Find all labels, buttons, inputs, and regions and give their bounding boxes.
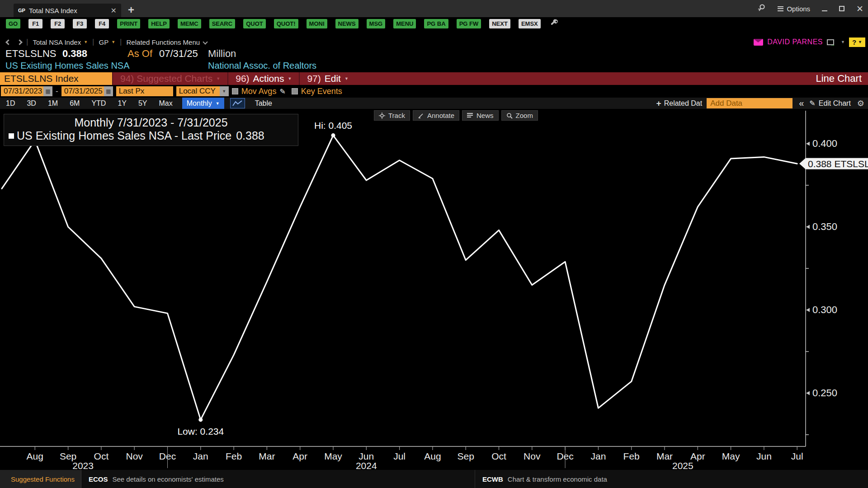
- key-events-checkbox[interactable]: [292, 88, 298, 94]
- suggested-function-ecwb[interactable]: ECWB Chart & transform economic data: [475, 470, 607, 488]
- maximize-button[interactable]: [839, 6, 844, 11]
- breadcrumb-function[interactable]: GP: [99, 38, 109, 46]
- month-label: Oct: [94, 451, 109, 461]
- pencil-icon: ✎: [809, 99, 815, 108]
- toolbar-button-searc[interactable]: SEARC: [209, 19, 236, 28]
- related-functions-menu[interactable]: Related Functions Menu: [127, 38, 200, 46]
- currency-field[interactable]: Local CCY: [176, 86, 220, 96]
- toolbar-button-help[interactable]: HELP: [148, 19, 170, 28]
- tab-title: Total NSA Index: [29, 7, 107, 14]
- toolbar-button-quot-[interactable]: QUOT!: [274, 19, 298, 28]
- toolbar-button-f4[interactable]: F4: [95, 19, 109, 28]
- chevron-down-icon: ▼: [288, 76, 292, 81]
- range-tab-6m[interactable]: 6M: [64, 98, 85, 109]
- range-tab-1m[interactable]: 1M: [42, 98, 64, 109]
- wrench-icon[interactable]: [551, 19, 559, 28]
- breadcrumb-security[interactable]: Total NSA Index: [33, 38, 81, 46]
- user-name: DAVID PARNES: [767, 38, 823, 46]
- bloomberg-terminal: GP Total NSA Index ✕ + Options ✕ GOF1F2F…: [0, 0, 868, 488]
- tab-total-nsa-index[interactable]: GP Total NSA Index ✕: [14, 4, 121, 17]
- magnifier-icon: [506, 113, 513, 119]
- new-tab-button[interactable]: +: [128, 5, 134, 15]
- range-tab-1d[interactable]: 1D: [0, 98, 21, 109]
- toolbar-button-memc[interactable]: MEMC: [178, 19, 201, 28]
- back-icon[interactable]: [5, 39, 11, 45]
- toolbar-button-menu[interactable]: MENU: [393, 19, 416, 28]
- month-label: Jun: [756, 451, 772, 461]
- last-price: 0.388: [62, 48, 87, 60]
- range-tab-ytd[interactable]: YTD: [85, 98, 112, 109]
- line-chart-icon[interactable]: [230, 98, 245, 108]
- edit-menu[interactable]: 97) Edit ▼: [299, 72, 355, 85]
- month-label: Feb: [226, 451, 242, 461]
- gear-icon[interactable]: ⚙: [857, 99, 864, 108]
- suggested-function-ecos[interactable]: ECOS See details on economists' estimate…: [81, 475, 224, 483]
- annotate-button[interactable]: Annotate: [413, 110, 459, 121]
- currency-dropdown-icon[interactable]: ▼: [220, 86, 229, 96]
- security-field[interactable]: ETSLSLNS Index: [0, 72, 112, 85]
- track-button[interactable]: Track: [374, 110, 410, 121]
- month-label: Oct: [491, 451, 506, 461]
- related-data-button[interactable]: + Related Dat: [656, 99, 703, 108]
- toolbar-button-news[interactable]: NEWS: [335, 19, 359, 28]
- news-button[interactable]: News: [462, 110, 499, 121]
- menu-icon: [778, 6, 783, 11]
- toolbar-button-pg-ba[interactable]: PG BA: [424, 19, 448, 28]
- options-menu[interactable]: Options: [778, 5, 810, 13]
- as-of-date: 07/31/25: [159, 48, 198, 60]
- frequency-dropdown[interactable]: Monthly ▼: [182, 98, 224, 109]
- edit-chart-button[interactable]: ✎ Edit Chart: [809, 99, 851, 108]
- crosshair-icon: [379, 113, 385, 119]
- minimize-button[interactable]: [822, 6, 827, 11]
- toolbar-button-pg-fw[interactable]: PG FW: [457, 19, 481, 28]
- toolbar-button-f3[interactable]: F3: [73, 19, 87, 28]
- pencil-icon[interactable]: ✎: [279, 87, 285, 96]
- table-button[interactable]: Table: [255, 99, 272, 108]
- close-button[interactable]: ✕: [856, 5, 863, 13]
- zoom-button[interactable]: Zoom: [501, 110, 538, 121]
- message-envelope-icon[interactable]: [754, 39, 763, 46]
- toolbar-button-next[interactable]: NEXT: [489, 19, 510, 28]
- description-row: US Existing Homes Sales NSA National Ass…: [0, 61, 868, 71]
- chart-canvas[interactable]: 0.4000.3500.3000.250AugSepOctNovDecJanFe…: [0, 109, 868, 470]
- collapse-chevrons-icon[interactable]: «: [799, 98, 804, 108]
- range-tab-1y[interactable]: 1Y: [112, 98, 132, 109]
- month-label: Jul: [791, 451, 803, 461]
- bottom-bar: Suggested Functions ECOS See details on …: [0, 470, 868, 488]
- tab-close-icon[interactable]: ✕: [111, 6, 117, 15]
- chevron-down-icon[interactable]: ▼: [841, 40, 845, 44]
- toolbar-button-emsx[interactable]: EMSX: [519, 19, 541, 28]
- month-label: Nov: [126, 451, 143, 461]
- mov-avgs-checkbox[interactable]: [232, 88, 238, 94]
- range-tab-3d[interactable]: 3D: [21, 98, 42, 109]
- add-data-input[interactable]: [707, 98, 793, 108]
- suggested-charts-menu[interactable]: 94) Suggested Charts ▼: [112, 72, 227, 85]
- calendar-icon[interactable]: ▦: [104, 86, 113, 96]
- toolbar-button-moni[interactable]: MONI: [307, 19, 327, 28]
- toolbar-button-msg[interactable]: MSG: [367, 19, 386, 28]
- toolbar-button-f2[interactable]: F2: [51, 19, 65, 28]
- toolbar-button-print[interactable]: PRINT: [117, 19, 140, 28]
- year-label: 2025: [672, 460, 693, 470]
- chevron-down-icon: ▼: [216, 76, 220, 81]
- search-icon[interactable]: [758, 4, 766, 14]
- chart-legend: Monthly 7/31/2023 - 7/31/2025 US Existin…: [4, 114, 298, 146]
- annotate-pencil-icon: [418, 113, 424, 119]
- end-date-field[interactable]: 07/31/2025: [61, 86, 104, 96]
- help-button[interactable]: ? ▼: [849, 38, 865, 47]
- range-tab-max[interactable]: Max: [153, 98, 179, 109]
- suggested-functions-label[interactable]: Suggested Functions: [0, 470, 81, 488]
- toolbar-button-quot[interactable]: QUOT: [243, 19, 266, 28]
- export-window-icon[interactable]: [827, 39, 834, 45]
- toolbar-button-go[interactable]: GO: [6, 19, 20, 28]
- price-type-field[interactable]: Last Px: [116, 86, 173, 96]
- security-description: US Existing Homes Sales NSA: [5, 61, 130, 71]
- calendar-icon[interactable]: ▦: [43, 86, 52, 96]
- double-chevron-down-icon: [203, 40, 207, 44]
- start-date-field[interactable]: 07/31/2023: [1, 86, 43, 96]
- actions-menu[interactable]: 96) Actions ▼: [227, 72, 299, 85]
- forward-icon[interactable]: [17, 39, 23, 45]
- range-tab-5y[interactable]: 5Y: [132, 98, 153, 109]
- toolbar-button-f1[interactable]: F1: [28, 19, 42, 28]
- chevron-down-icon: ▼: [216, 101, 220, 106]
